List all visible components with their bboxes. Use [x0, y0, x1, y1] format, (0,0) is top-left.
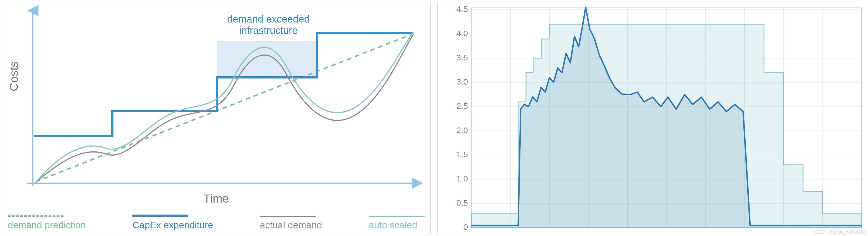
dashed-line-icon — [8, 215, 64, 217]
right-chart-svg: 0 0.5 1.0 1.5 2.0 2.5 3.0 3.5 4.0 4.5 — [438, 2, 864, 233]
svg-text:3.5: 3.5 — [456, 53, 468, 62]
svg-text:2.5: 2.5 — [456, 101, 468, 110]
legend-actual: actual demand — [260, 216, 322, 230]
svg-text:1.0: 1.0 — [456, 174, 468, 183]
svg-text:0.5: 0.5 — [456, 198, 468, 207]
svg-text:2.0: 2.0 — [456, 126, 468, 135]
svg-text:4.5: 4.5 — [456, 4, 468, 14]
y-axis-label: Costs — [7, 62, 21, 91]
svg-text:0: 0 — [463, 222, 468, 232]
x-axis-label: Time — [2, 192, 430, 205]
solid-line-icon — [260, 216, 315, 217]
legend-prediction: demand prediction — [8, 215, 86, 230]
legend: demand prediction CapEx expenditure actu… — [8, 214, 425, 230]
svg-text:1.5: 1.5 — [456, 150, 468, 159]
annotation-demand-exceeded: demand exceeded infrastructure — [209, 13, 328, 36]
solid-line-icon — [132, 214, 188, 217]
svg-rect-2 — [217, 41, 317, 77]
solid-line-icon — [369, 216, 425, 217]
svg-text:4.0: 4.0 — [456, 29, 468, 38]
usage-timeseries-chart: 0 0.5 1.0 1.5 2.0 2.5 3.0 3.5 4.0 4.5 — [437, 2, 866, 234]
cost-over-time-chart: Costs Time demand exceeded infrastructur… — [2, 2, 431, 234]
svg-text:3.0: 3.0 — [456, 77, 468, 86]
legend-capex: CapEx expenditure — [132, 214, 213, 230]
legend-auto: auto scaled — [369, 216, 425, 230]
y-ticks: 0 0.5 1.0 1.5 2.0 2.5 3.0 3.5 4.0 4.5 — [456, 4, 468, 232]
watermark: CSDN @2301_79516858 — [815, 230, 866, 235]
